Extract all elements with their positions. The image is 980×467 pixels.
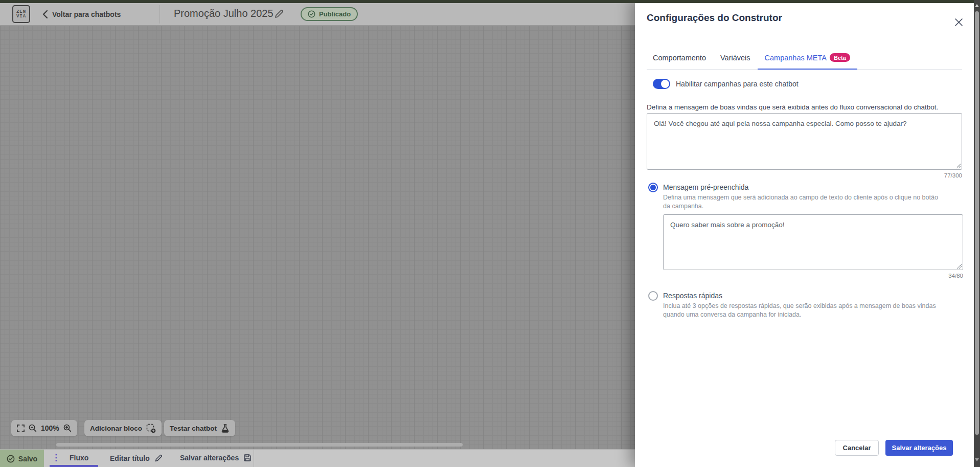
more-options-dots-icon[interactable]: ⋮ — [52, 452, 60, 463]
edit-title-pencil-icon[interactable] — [274, 9, 284, 19]
builder-settings-drawer: Configurações do Construtor Comportament… — [635, 0, 974, 467]
saved-check-circle-icon — [7, 455, 15, 463]
prefilled-message-label: Mensagem pré-preenchida — [663, 183, 748, 191]
window-top-edge — [0, 0, 980, 3]
scrollbar-down-arrow-icon[interactable] — [975, 458, 979, 461]
quick-replies-radio[interactable] — [648, 291, 658, 301]
test-chatbot-button[interactable]: Testar chatbot — [164, 420, 235, 436]
vertical-scrollbar-thumb[interactable] — [975, 11, 979, 435]
back-to-chatbots-link[interactable]: Voltar para chatbots — [52, 10, 121, 18]
screen: ZEN VIA Voltar para chatbots Promoção Ju… — [0, 0, 980, 467]
welcome-message-counter: 77/300 — [860, 172, 962, 179]
prefilled-message-description: Defina uma mensagem que será adicionada … — [663, 193, 942, 211]
cancel-button[interactable]: Cancelar — [835, 440, 879, 456]
pencil-icon — [154, 454, 163, 462]
vertical-scrollbar[interactable] — [974, 0, 980, 467]
tab-variaveis-label: Variáveis — [720, 54, 750, 62]
tab-campanhas-meta-label: Campanhas META — [765, 54, 827, 62]
add-block-icon — [146, 424, 156, 433]
prefilled-message-textarea[interactable]: Quero saber mais sobre a promoção! — [663, 214, 963, 270]
edit-title-label: Editar título — [110, 454, 150, 462]
logo-line-2: VIA — [16, 14, 26, 19]
welcome-message-textarea[interactable]: Olá! Você chegou até aqui pela nossa cam… — [647, 113, 962, 170]
quick-replies-description: Inclua até 3 opções de respostas rápidas… — [663, 302, 949, 319]
enable-campaigns-row: Habilitar campanhas para este chatbot — [653, 79, 799, 89]
horizontal-scrollbar[interactable] — [56, 443, 463, 447]
enable-campaigns-toggle[interactable] — [653, 79, 670, 89]
tab-variaveis[interactable]: Variáveis — [713, 49, 758, 69]
flask-icon — [221, 424, 230, 433]
quick-replies-label: Respostas rápidas — [663, 292, 722, 300]
zenvia-logo[interactable]: ZEN VIA — [12, 5, 30, 23]
add-block-label: Adicionar bloco — [90, 425, 142, 432]
tab-comportamento-label: Comportamento — [653, 54, 706, 62]
check-circle-icon — [308, 10, 315, 18]
canvas-zoom-controls: 100% — [11, 420, 77, 436]
header-divider — [159, 5, 160, 24]
edit-title-button[interactable]: Editar título — [110, 454, 163, 462]
zoom-in-icon[interactable] — [63, 424, 72, 432]
save-changes-bar-label: Salvar alterações — [180, 454, 239, 462]
saved-label: Salvo — [18, 455, 37, 463]
bottom-bar-divider — [254, 450, 254, 467]
fit-screen-icon[interactable] — [17, 425, 25, 432]
zoom-level: 100% — [41, 424, 59, 432]
beta-badge: Beta — [830, 53, 850, 62]
status-badge: Publicado — [301, 7, 358, 21]
zoom-out-icon[interactable] — [29, 424, 37, 432]
status-badge-label: Publicado — [319, 10, 351, 18]
prefilled-message-counter: 34/80 — [861, 273, 963, 279]
save-floppy-icon — [243, 454, 252, 462]
tab-fluxo-active-underline — [50, 465, 98, 467]
scrollbar-up-arrow-icon[interactable] — [975, 4, 979, 7]
enable-campaigns-label: Habilitar campanhas para este chatbot — [676, 80, 799, 88]
close-icon[interactable] — [953, 16, 964, 28]
welcome-message-label: Defina a mensagem de boas vindas que ser… — [647, 103, 974, 111]
prefilled-message-radio[interactable] — [648, 183, 658, 192]
toggle-knob — [661, 80, 669, 88]
add-block-button[interactable]: Adicionar bloco — [84, 420, 162, 436]
save-changes-bar-button[interactable]: Salvar alterações — [180, 454, 252, 462]
saved-indicator: Salvo — [0, 450, 44, 467]
tab-campanhas-meta[interactable]: Campanhas META Beta — [758, 49, 857, 70]
test-chatbot-label: Testar chatbot — [170, 425, 217, 432]
save-changes-button[interactable]: Salvar alterações — [885, 440, 953, 456]
drawer-tabs: Comportamento Variáveis Campanhas META B… — [647, 49, 962, 70]
chatbot-title: Promoção Julho 2025 — [174, 8, 274, 19]
tab-fluxo[interactable]: Fluxo — [70, 454, 88, 462]
tab-comportamento[interactable]: Comportamento — [647, 49, 713, 69]
chevron-left-icon[interactable] — [41, 9, 50, 19]
drawer-title: Configurações do Construtor — [647, 12, 782, 24]
welcome-message-field-wrap: Olá! Você chegou até aqui pela nossa cam… — [647, 113, 962, 170]
prefilled-message-field-wrap: Quero saber mais sobre a promoção! — [663, 214, 963, 270]
